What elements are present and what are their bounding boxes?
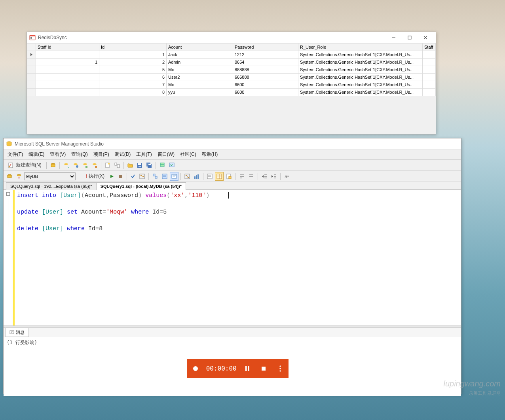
col-header[interactable]: R_User_Role	[298, 44, 423, 51]
col-header[interactable]: Acount	[167, 44, 233, 51]
cell[interactable]: 6	[99, 74, 167, 81]
db-cube-icon[interactable]	[81, 161, 89, 170]
results-grid-icon[interactable]	[215, 172, 224, 181]
query-designer-icon[interactable]	[151, 172, 159, 181]
db-report-icon[interactable]	[90, 161, 99, 170]
pause-icon[interactable]	[241, 363, 253, 375]
comment-icon[interactable]	[237, 172, 246, 181]
sql-editor[interactable]: − insert into [User](Acount,Password) va…	[4, 190, 461, 326]
db-engine-icon[interactable]	[71, 161, 80, 170]
cell[interactable]: yyu	[167, 89, 233, 96]
cell[interactable]: Mo	[167, 66, 233, 74]
new-query-button[interactable]: 新建查询(N)	[5, 161, 44, 170]
data-grid[interactable]: Staff Id Id Acount Password R_User_Role …	[27, 43, 436, 96]
parse-icon[interactable]	[129, 172, 137, 181]
table-row[interactable]: 1Jack1212System.Collections.Generic.Hash…	[27, 51, 436, 59]
cell[interactable]: 6600	[233, 89, 298, 96]
cell[interactable]: System.Collections.Generic.HashSet`1[CXY…	[298, 59, 423, 66]
minimize-button[interactable]	[386, 32, 402, 43]
connect-db-icon[interactable]	[62, 161, 70, 170]
menu-item[interactable]: 项目(P)	[91, 150, 112, 159]
table-row[interactable]: 7Mo6600System.Collections.Generic.HashSe…	[27, 81, 436, 89]
col-header[interactable]: Staff	[423, 44, 436, 51]
cell[interactable]	[423, 89, 436, 96]
debug-play-icon[interactable]	[108, 172, 116, 181]
cell[interactable]: 7	[99, 81, 167, 89]
table-row[interactable]: 8yyu6600System.Collections.Generic.HashS…	[27, 89, 436, 96]
cell[interactable]: 2	[99, 59, 167, 66]
close-button[interactable]	[418, 32, 433, 43]
execute-button[interactable]: ! 执行(X)	[83, 172, 107, 181]
record-icon[interactable]	[190, 363, 201, 375]
menu-item[interactable]: 窗口(W)	[155, 150, 177, 159]
indent-icon[interactable]	[270, 172, 278, 181]
maximize-button[interactable]	[402, 32, 418, 43]
cell[interactable]: 6600	[233, 81, 298, 89]
cell[interactable]: 888888	[233, 66, 298, 74]
query-options-icon[interactable]	[160, 172, 169, 181]
db-combo-icon[interactable]	[5, 172, 14, 181]
cell[interactable]	[423, 81, 436, 89]
cell[interactable]: 1212	[233, 51, 298, 59]
menu-item[interactable]: 文件(F)	[5, 150, 25, 159]
save-icon[interactable]	[135, 161, 144, 170]
cell[interactable]: System.Collections.Generic.HashSet`1[CXY…	[298, 81, 423, 89]
menu-item[interactable]: 调试(D)	[112, 150, 133, 159]
document-tab[interactable]: SQLQuery3.sql - 192....ExpData (sa (65))…	[6, 182, 97, 190]
cell[interactable]: User2	[167, 74, 233, 81]
results-text-icon[interactable]	[205, 172, 214, 181]
titlebar[interactable]: Microsoft SQL Server Management Studio	[4, 138, 461, 149]
save-all-icon[interactable]	[145, 161, 154, 170]
include-plan-icon[interactable]	[183, 172, 192, 181]
statistics-icon[interactable]	[192, 172, 201, 181]
cell[interactable]: System.Collections.Generic.HashSet`1[CXY…	[298, 66, 423, 74]
menu-item[interactable]: 查看(V)	[47, 150, 68, 159]
cell[interactable]: 1	[99, 51, 167, 59]
code-area[interactable]: insert into [User](Acount,Password) valu…	[15, 190, 461, 325]
cell[interactable]	[36, 81, 99, 89]
fold-toggle-icon[interactable]: −	[6, 192, 10, 196]
stop-icon[interactable]	[258, 363, 270, 375]
database-combo[interactable]: MyDB	[24, 172, 76, 180]
new-file-icon[interactable]	[103, 161, 112, 170]
more-icon[interactable]	[274, 363, 286, 375]
screen-recorder-bar[interactable]: 00:00:00	[187, 359, 289, 378]
cell[interactable]: System.Collections.Generic.HashSet`1[CXY…	[298, 51, 423, 59]
cell[interactable]	[423, 51, 436, 59]
menu-item[interactable]: 帮助(H)	[199, 150, 220, 159]
cell[interactable]: System.Collections.Generic.HashSet`1[CXY…	[298, 89, 423, 96]
estimated-plan-icon[interactable]	[138, 172, 146, 181]
messages-tab[interactable]: 消息	[5, 328, 29, 337]
stop-icon[interactable]	[117, 172, 125, 181]
cell[interactable]: Admin	[167, 59, 233, 66]
cell[interactable]	[423, 59, 436, 66]
server-connect-icon[interactable]	[49, 161, 57, 170]
cell[interactable]	[36, 74, 99, 81]
activity-monitor-icon[interactable]	[167, 161, 176, 170]
cell[interactable]	[36, 89, 99, 96]
col-header[interactable]: Password	[233, 44, 298, 51]
cell[interactable]: Jack	[167, 51, 233, 59]
titlebar[interactable]: RedisDbSync	[27, 32, 436, 43]
cell[interactable]: 1	[36, 59, 99, 66]
cell[interactable]: Mo	[167, 81, 233, 89]
menu-item[interactable]: 社区(C)	[178, 150, 199, 159]
cell[interactable]: 5	[99, 66, 167, 74]
results-file-icon[interactable]	[224, 172, 233, 181]
outdent-icon[interactable]	[260, 172, 269, 181]
table-row[interactable]: 5Mo888888System.Collections.Generic.Hash…	[27, 66, 436, 74]
col-header[interactable]: Staff Id	[36, 44, 99, 51]
open-folder-icon[interactable]	[126, 161, 135, 170]
registered-servers-icon[interactable]	[158, 161, 167, 170]
cell[interactable]: 0654	[233, 59, 298, 66]
cell[interactable]	[423, 74, 436, 81]
cell[interactable]: System.Collections.Generic.HashSet`1[CXY…	[298, 74, 423, 81]
new-project-icon[interactable]	[113, 161, 122, 170]
table-row[interactable]: 12Admin0654System.Collections.Generic.Ha…	[27, 59, 436, 66]
change-connection-icon[interactable]	[15, 172, 23, 181]
menu-item[interactable]: 工具(T)	[134, 150, 154, 159]
document-tab[interactable]: SQLQuery1.sql - (local).MyDB (sa (54))*	[96, 182, 186, 190]
cell[interactable]	[36, 51, 99, 59]
cell[interactable]: 8	[99, 89, 167, 96]
cell[interactable]: 666888	[233, 74, 298, 81]
